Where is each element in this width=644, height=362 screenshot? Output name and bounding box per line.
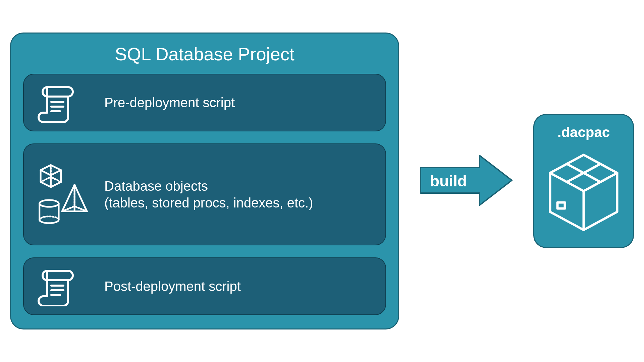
project-container: SQL Database Project Pre-deployment scri… [10,33,399,329]
svg-point-11 [40,200,59,207]
post-deploy-card: Post-deployment script [23,257,386,315]
pre-deploy-card: Pre-deployment script [23,74,386,131]
svg-rect-20 [557,202,565,208]
package-icon [547,147,621,238]
objects-label-line1: Database objects [104,179,208,193]
diagram-stage: SQL Database Project Pre-deployment scri… [10,33,634,329]
build-arrow-label: build [430,172,467,190]
svg-line-5 [41,177,51,182]
project-title: SQL Database Project [23,44,386,64]
scroll-icon [37,82,91,123]
svg-line-6 [51,177,61,182]
objects-card: Database objects (tables, stored procs, … [23,143,386,245]
build-arrow: build [419,154,513,208]
dacpac-label: .dacpac [557,124,610,140]
objects-label-line2: (tables, stored procs, indexes, etc.) [104,195,313,210]
post-deploy-label: Post-deployment script [104,278,241,295]
pre-deploy-label: Pre-deployment script [104,94,235,111]
dacpac-container: .dacpac [533,114,634,248]
objects-label: Database objects (tables, stored procs, … [104,178,313,211]
shapes-icon [37,158,91,231]
scroll-icon [37,266,91,306]
